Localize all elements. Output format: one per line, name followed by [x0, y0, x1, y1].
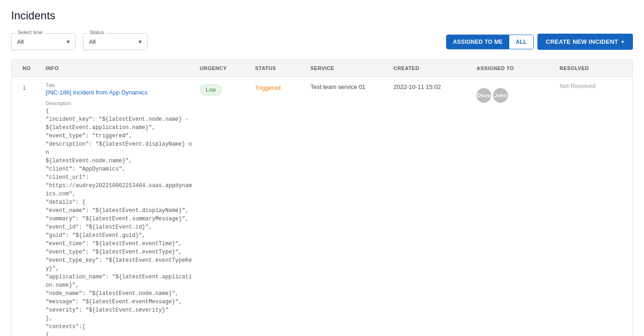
avatar-divya: Divya — [477, 88, 491, 103]
col-header-resolved: RESOLVED — [556, 60, 625, 77]
toolbar-right: ASSIGNED TO ME ALL CREATE NEW INCIDENT + — [446, 34, 633, 50]
col-header-no: NO — [19, 60, 42, 77]
resolved-value: Not Resolved — [560, 76, 596, 89]
table-row: 1 Title [INC-186] Incident from App Dyna… — [12, 77, 632, 336]
col-header-status: STATUS — [251, 60, 307, 77]
toggle-btn-group: ASSIGNED TO ME ALL — [446, 35, 534, 49]
create-new-incident-button[interactable]: CREATE NEW INCIDENT + — [537, 34, 633, 50]
assigned-avatars-group: Divya John — [477, 83, 552, 103]
col-header-assigned-to: ASSIGNED TO — [473, 60, 556, 77]
page-container: Incidents Select time All Last 1 hour La… — [0, 0, 644, 336]
col-header-info: INFO — [42, 60, 196, 77]
urgency-badge: Low — [200, 84, 222, 95]
row-urgency: Low — [196, 77, 251, 101]
status-value: Triggered — [255, 84, 280, 91]
table-header: NO INFO URGENCY STATUS SERVICE CREATED A… — [12, 60, 632, 77]
incidents-table: NO INFO URGENCY STATUS SERVICE CREATED A… — [11, 59, 633, 336]
col-header-created: CREATED — [390, 60, 473, 77]
col-header-urgency: URGENCY — [196, 60, 251, 77]
row-resolved: Not Resolved — [556, 77, 625, 95]
incident-title-link[interactable]: [INC-186] Incident from App Dynamics — [46, 89, 148, 96]
title-label: Title — [46, 83, 192, 88]
incident-title-text: [INC-186] Incident from App Dynamics — [46, 89, 148, 96]
select-time-wrapper: Select time All Last 1 hour Last 24 hour… — [11, 33, 76, 50]
desc-label: Description — [46, 100, 192, 106]
all-button[interactable]: ALL — [509, 35, 533, 49]
desc-content: { "incident_key": "${latestEvent.node.na… — [46, 107, 192, 336]
select-status-wrapper: Status All Triggered Acknowledged Resolv… — [83, 33, 148, 50]
create-button-label: CREATE NEW INCIDENT — [546, 38, 618, 45]
create-plus-icon: + — [621, 38, 625, 45]
filter-group: Select time All Last 1 hour Last 24 hour… — [11, 33, 439, 50]
assigned-to-me-button[interactable]: ASSIGNED TO ME — [447, 35, 509, 49]
select-status-label: Status — [88, 29, 106, 35]
row-assigned-to: Divya John — [473, 77, 556, 108]
toolbar: Select time All Last 1 hour Last 24 hour… — [11, 33, 633, 50]
row-service: Test team service 01 — [307, 77, 390, 96]
avatar-john: John — [493, 88, 508, 103]
col-header-service: SERVICE — [307, 60, 390, 77]
select-time-label: Select time — [16, 29, 44, 35]
page-title: Incidents — [11, 9, 633, 22]
select-time-input[interactable]: All Last 1 hour Last 24 hours Last 7 day… — [11, 33, 76, 50]
select-status-input[interactable]: All Triggered Acknowledged Resolved — [83, 33, 148, 50]
row-info-cell: Title [INC-186] Incident from App Dynami… — [42, 77, 196, 336]
row-status: Triggered — [251, 77, 307, 97]
row-created: 2022-10-11 15:02 — [390, 77, 473, 96]
row-no: 1 — [19, 77, 42, 97]
